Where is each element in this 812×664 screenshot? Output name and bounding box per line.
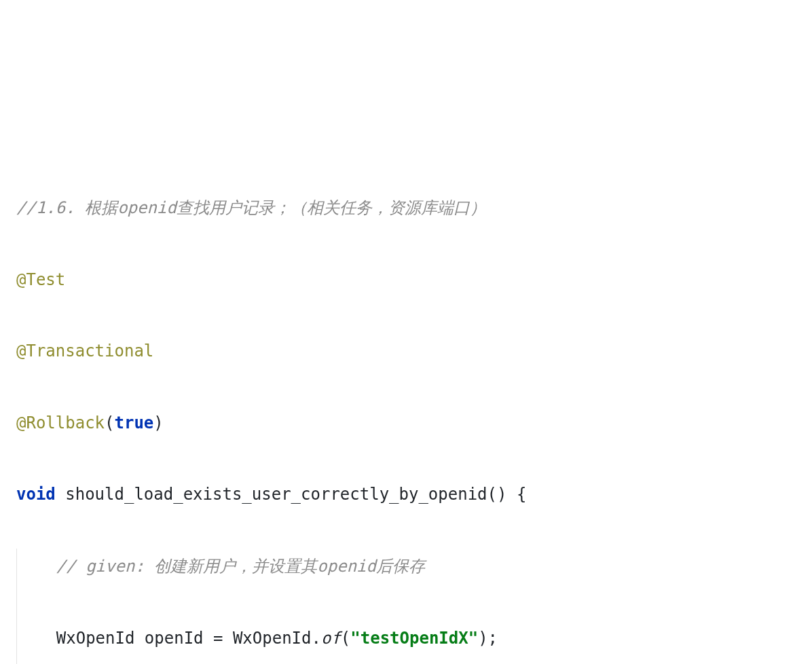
code-line: //1.6. 根据openid查找用户记录；（相关任务，资源库端口） — [16, 190, 796, 226]
comment-text: //1.6. 根据openid查找用户记录；（相关任务，资源库端口） — [16, 198, 486, 217]
var-openid: openId — [145, 629, 204, 648]
code-block: //1.6. 根据openid查找用户记录；（相关任务，资源库端口） @Test… — [16, 154, 796, 664]
type-wxopenid-2: WxOpenId — [233, 629, 312, 648]
code-line: void should_load_exists_user_correctly_b… — [16, 477, 796, 513]
comment-given: // given: 创建新用户，并设置其openid后保存 — [56, 557, 425, 576]
annotation-test: @Test — [16, 270, 65, 289]
type-wxopenid: WxOpenId — [56, 629, 135, 648]
paren: ( — [105, 413, 114, 432]
code-line: @Transactional — [16, 333, 796, 369]
keyword-void: void — [16, 485, 56, 504]
annotation-transactional: @Transactional — [16, 342, 153, 361]
code-line: @Rollback(true) — [16, 405, 796, 441]
string-openid: "testOpenIdX" — [350, 629, 478, 648]
code-line: WxOpenId openId = WxOpenId.of("testOpenI… — [17, 621, 796, 657]
method-sig: () { — [487, 485, 527, 504]
method-name: should_load_exists_user_correctly_by_ope… — [65, 485, 487, 504]
method-body: // given: 创建新用户，并设置其openid后保存 WxOpenId o… — [16, 549, 796, 664]
code-line: // given: 创建新用户，并设置其openid后保存 — [17, 549, 796, 585]
true-literal: true — [115, 413, 154, 432]
paren: ) — [153, 413, 163, 432]
code-line: @Test — [16, 262, 796, 298]
annotation-rollback: @Rollback — [16, 413, 105, 432]
of-call: of — [321, 629, 341, 648]
